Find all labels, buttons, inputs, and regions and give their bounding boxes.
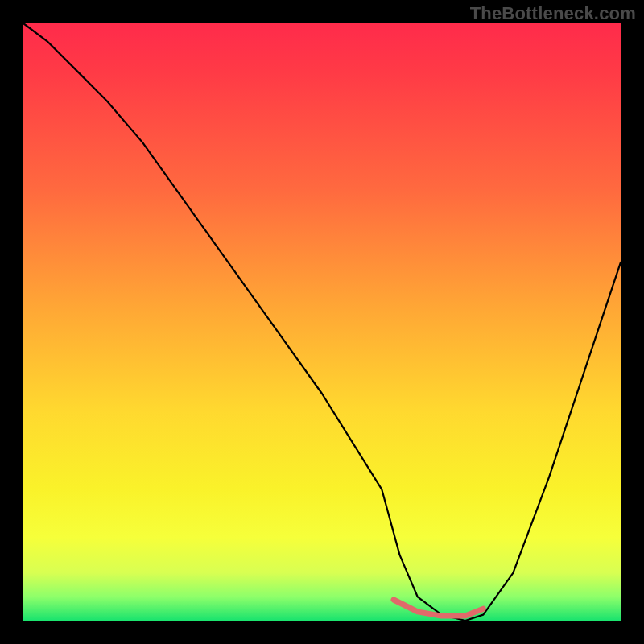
bottleneck-curve [23,23,621,621]
curve-svg [23,23,621,621]
flat-segment [394,600,483,616]
watermark-text: TheBottleneck.com [470,3,636,24]
chart-frame: TheBottleneck.com [0,0,644,644]
plot-area [23,23,621,621]
